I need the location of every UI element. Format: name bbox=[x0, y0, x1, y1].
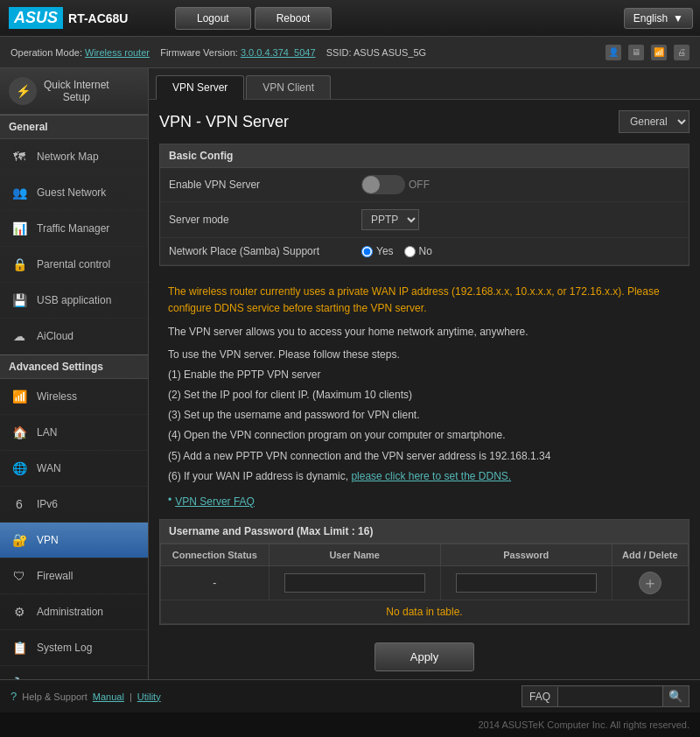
sidebar-item-network-map[interactable]: 🗺 Network Map bbox=[0, 139, 148, 175]
manual-link[interactable]: Manual bbox=[93, 691, 124, 702]
apply-button[interactable]: Apply bbox=[374, 642, 475, 671]
password-table: Connection Status User Name Password Add… bbox=[160, 544, 689, 624]
separator: | bbox=[130, 691, 132, 702]
password-input[interactable] bbox=[456, 573, 597, 593]
samba-no-option[interactable]: No bbox=[404, 245, 432, 257]
vpn-faq-link[interactable]: VPN Server FAQ bbox=[175, 494, 255, 510]
network-place-value: Yes No bbox=[361, 245, 680, 257]
sidebar-item-network-tools[interactable]: 🔧 Network Tools bbox=[0, 666, 148, 679]
password-cell bbox=[440, 566, 612, 600]
logout-button[interactable]: Logout bbox=[175, 7, 251, 30]
sidebar-item-label: Network Tools bbox=[37, 677, 102, 679]
bullet-icon: • bbox=[168, 492, 172, 509]
toggle-thumb bbox=[362, 176, 380, 193]
firewall-icon: 🛡 bbox=[9, 565, 30, 586]
samba-no-label: No bbox=[419, 245, 432, 257]
sidebar-item-traffic-manager[interactable]: 📊 Traffic Manager bbox=[0, 211, 148, 247]
sidebar-item-ipv6[interactable]: 6 IPv6 bbox=[0, 487, 148, 523]
operation-mode-value[interactable]: Wireless router bbox=[85, 47, 150, 58]
main-layout: ⚡ Quick InternetSetup General 🗺 Network … bbox=[0, 68, 700, 679]
username-cell bbox=[269, 566, 440, 600]
utility-link[interactable]: Utility bbox=[137, 691, 161, 702]
col-username: User Name bbox=[269, 544, 440, 566]
footer-left: ? Help & Support Manual | Utility bbox=[10, 690, 161, 703]
language-selector[interactable]: English ▼ bbox=[624, 8, 693, 29]
step-2: (2) Set the IP pool for client IP. (Maxi… bbox=[168, 387, 681, 404]
sidebar-item-firewall[interactable]: 🛡 Firewall bbox=[0, 558, 148, 594]
quick-setup-label: Quick InternetSetup bbox=[44, 79, 109, 103]
tab-vpn-client[interactable]: VPN Client bbox=[246, 75, 331, 99]
wifi-icon[interactable]: 📶 bbox=[651, 45, 667, 60]
sidebar-item-label: VPN bbox=[37, 534, 59, 546]
logo-text: ASUS bbox=[9, 7, 63, 29]
help-icon: ? bbox=[10, 690, 17, 703]
username-input[interactable] bbox=[284, 573, 425, 593]
usb-application-icon: 💾 bbox=[9, 290, 30, 311]
vpn-content: VPN - VPN Server General Basic Config En… bbox=[149, 100, 700, 679]
chevron-down-icon: ▼ bbox=[673, 12, 683, 25]
sidebar-item-parental-control[interactable]: 🔒 Parental control bbox=[0, 247, 148, 283]
vpn-title: VPN - VPN Server bbox=[159, 113, 289, 131]
sidebar-item-guest-network[interactable]: 👥 Guest Network bbox=[0, 175, 148, 211]
samba-no-radio[interactable] bbox=[404, 246, 416, 257]
basic-config-header: Basic Config bbox=[160, 144, 689, 168]
sidebar-item-usb-application[interactable]: 💾 USB application bbox=[0, 283, 148, 319]
samba-yes-radio[interactable] bbox=[361, 246, 373, 257]
print-icon[interactable]: 🖨 bbox=[674, 45, 690, 60]
ipv6-icon: 6 bbox=[9, 494, 30, 515]
faq-search-input[interactable] bbox=[557, 687, 662, 706]
no-data-text: No data in table. bbox=[161, 600, 689, 624]
server-mode-row: Server mode PPTP bbox=[160, 202, 689, 238]
sidebar-item-administration[interactable]: ⚙ Administration bbox=[0, 594, 148, 630]
ddns-link[interactable]: please click here to set the DDNS. bbox=[351, 470, 511, 482]
firmware-value[interactable]: 3.0.0.4.374_5047 bbox=[241, 47, 316, 58]
vpn-dropdown[interactable]: General bbox=[619, 110, 690, 133]
reboot-button[interactable]: Reboot bbox=[255, 7, 332, 30]
password-section: Username and Password (Max Limit : 16) C… bbox=[159, 519, 690, 625]
sidebar-item-vpn[interactable]: 🔐 VPN bbox=[0, 523, 148, 558]
lan-icon: 🏠 bbox=[9, 422, 30, 443]
tab-vpn-server[interactable]: VPN Server bbox=[156, 75, 244, 100]
warning-text: The wireless router currently uses a pri… bbox=[168, 284, 681, 317]
sidebar-item-label: Network Map bbox=[37, 151, 99, 163]
footer-right: FAQ 🔍 bbox=[522, 685, 690, 707]
add-entry-button[interactable]: ＋ bbox=[639, 572, 662, 594]
enable-vpn-label: Enable VPN Server bbox=[169, 179, 361, 191]
tab-bar: VPN Server VPN Client bbox=[149, 68, 700, 100]
general-section-header: General bbox=[0, 115, 148, 139]
quick-internet-setup[interactable]: ⚡ Quick InternetSetup bbox=[0, 68, 148, 115]
sidebar-item-wan[interactable]: 🌐 WAN bbox=[0, 451, 148, 487]
guest-network-icon: 👥 bbox=[9, 182, 30, 203]
samba-yes-option[interactable]: Yes bbox=[361, 245, 394, 257]
sidebar-item-aicloud[interactable]: ☁ AiCloud bbox=[0, 319, 148, 354]
administration-icon: ⚙ bbox=[9, 601, 30, 622]
info-text-area: The wireless router currently uses a pri… bbox=[159, 275, 690, 519]
server-mode-label: Server mode bbox=[169, 214, 361, 226]
system-log-icon: 📋 bbox=[9, 637, 30, 658]
toggle-track[interactable] bbox=[361, 175, 405, 194]
info-line-1: The VPN server allows you to access your… bbox=[168, 324, 681, 340]
operation-mode-label: Operation Mode: bbox=[10, 47, 82, 58]
parental-control-icon: 🔒 bbox=[9, 254, 30, 275]
connection-status-cell: - bbox=[161, 566, 270, 600]
basic-config-section: Basic Config Enable VPN Server OFF Serve… bbox=[159, 144, 690, 266]
faq-search-button[interactable]: 🔍 bbox=[662, 686, 689, 706]
sidebar-item-label: USB application bbox=[37, 294, 111, 306]
sidebar-item-system-log[interactable]: 📋 System Log bbox=[0, 630, 148, 666]
top-bar: ASUS RT-AC68U Logout Reboot English ▼ bbox=[0, 0, 700, 37]
sidebar-item-label: LAN bbox=[37, 426, 57, 439]
sidebar-item-wireless[interactable]: 📶 Wireless bbox=[0, 379, 148, 415]
help-support-label: Help & Support bbox=[22, 691, 88, 702]
server-mode-select[interactable]: PPTP bbox=[361, 209, 419, 230]
monitor-icon[interactable]: 🖥 bbox=[628, 45, 644, 60]
network-map-icon: 🗺 bbox=[9, 146, 30, 167]
vpn-header: VPN - VPN Server General bbox=[159, 110, 690, 133]
sidebar-item-lan[interactable]: 🏠 LAN bbox=[0, 415, 148, 451]
sidebar: ⚡ Quick InternetSetup General 🗺 Network … bbox=[0, 68, 149, 679]
enable-vpn-toggle[interactable]: OFF bbox=[361, 175, 680, 194]
step-1: (1) Enable the PPTP VPN server bbox=[168, 367, 681, 383]
step-5: (5) Add a new PPTP VPN connection and th… bbox=[168, 448, 681, 465]
add-delete-cell: ＋ bbox=[612, 566, 688, 600]
user-icon[interactable]: 👤 bbox=[606, 45, 621, 60]
col-add-delete: Add / Delete bbox=[612, 544, 688, 566]
